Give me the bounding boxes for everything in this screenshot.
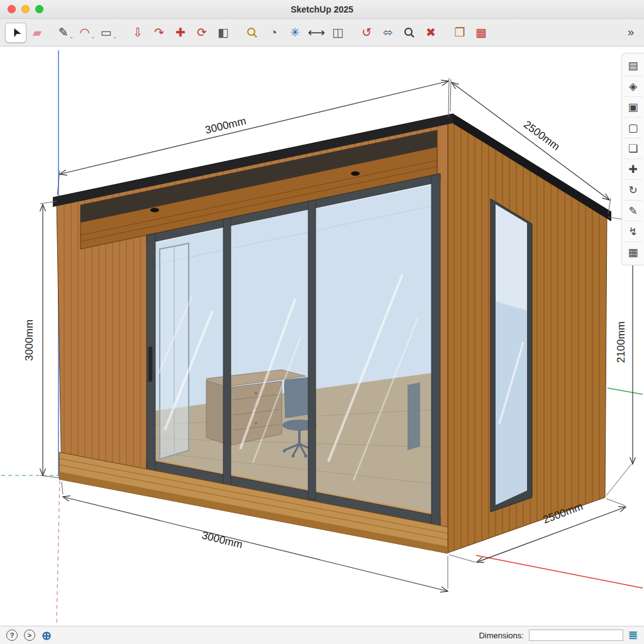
panel-draw-button[interactable]: ✎: [624, 201, 643, 221]
tape-measure-tool[interactable]: [242, 23, 263, 43]
panel-grid-button[interactable]: ▦: [624, 242, 643, 263]
axis-negative-dashed: [57, 480, 60, 623]
dimension-label-right[interactable]: 2100mm: [615, 321, 627, 363]
dimension-label-top_right[interactable]: 2500mm: [521, 118, 562, 153]
glass-door-panes[interactable]: [155, 185, 431, 513]
styles-tool[interactable]: ▦: [470, 23, 492, 43]
line-tool[interactable]: ✎⌄: [55, 23, 77, 43]
protractor-tool[interactable]: ◔: [263, 23, 284, 43]
panel-effects-button[interactable]: ↯: [624, 221, 643, 242]
main-toolbar: ➤▰✎⌄◠⌄▭⌄⇩↷✚⟳◧◔✳⟷◫↺⬄✖❒▦ »: [0, 19, 644, 47]
zoom-button[interactable]: [35, 5, 43, 13]
model-garden-office[interactable]: [53, 114, 611, 553]
status-bar: ? > ⊕ Dimensions: ≣: [0, 626, 644, 644]
orbit-icon: ↺: [362, 26, 372, 38]
orbit-tool[interactable]: ↺: [356, 23, 377, 43]
eraser-icon: ▰: [33, 26, 42, 38]
scale-tool[interactable]: ◧: [213, 23, 234, 43]
follow-me-tool[interactable]: ↷: [148, 23, 170, 43]
green-axis: [608, 388, 643, 394]
shapes-tool[interactable]: ▭⌄: [98, 23, 119, 43]
close-button[interactable]: [8, 5, 16, 13]
panel-grid-icon: ▦: [628, 246, 638, 259]
panel-copy-icon: ❏: [628, 142, 638, 155]
measurements-input[interactable]: [529, 630, 623, 641]
section-plane-tool[interactable]: ◫: [327, 23, 348, 43]
next-button[interactable]: >: [24, 630, 35, 641]
model-viewport[interactable]: 3000mm2500mm3000mm2100mm2500mm3000mm: [0, 47, 644, 626]
panel-entity-info-icon: ▤: [628, 59, 638, 72]
push-pull-icon: ⇩: [133, 26, 143, 38]
panel-copy-button[interactable]: ❏: [624, 138, 643, 159]
panel-materials-button[interactable]: ◈: [624, 76, 643, 97]
panel-selection-icon: ▣: [628, 101, 638, 114]
zoom-tool[interactable]: [399, 23, 420, 43]
panel-components-button[interactable]: ▢: [624, 118, 643, 138]
dimension-icon: ⟷: [308, 26, 325, 38]
chevron-down-icon[interactable]: ⌄: [113, 34, 118, 43]
downlight-icon: [351, 172, 360, 176]
protractor-icon: ◔: [270, 26, 277, 38]
panel-components-icon: ▢: [628, 121, 638, 135]
pan-tool[interactable]: ⬄: [377, 23, 399, 43]
dimension-tool[interactable]: ⟷: [306, 23, 327, 43]
tape-measure-icon: [246, 26, 258, 39]
window-title: SketchUp 2025: [0, 4, 644, 14]
language-globe-icon[interactable]: ⊕: [42, 630, 52, 641]
shapes-icon: ▭: [101, 26, 112, 38]
line-icon: ✎: [58, 26, 69, 38]
panel-draw-icon: ✎: [628, 204, 637, 218]
dimension-label-top[interactable]: 3000mm: [204, 115, 247, 136]
panel-rotate-button[interactable]: ↻: [624, 180, 643, 201]
section-plane-icon: ◫: [332, 26, 343, 38]
dimension-left[interactable]: 3000mm: [23, 201, 60, 478]
dimension-label-bottom[interactable]: 3000mm: [201, 530, 244, 551]
component-tool[interactable]: ❒: [449, 23, 470, 43]
move-icon: ✚: [175, 26, 186, 38]
rotate-icon: ⟳: [197, 26, 207, 38]
minimize-button[interactable]: [21, 5, 30, 13]
measurements-label: Dimensions:: [479, 631, 524, 640]
arc-tool[interactable]: ◠⌄: [77, 23, 98, 43]
panel-materials-icon: ◈: [629, 80, 637, 93]
follow-me-icon: ↷: [154, 26, 164, 38]
downlight-icon: [150, 208, 159, 213]
pan-icon: ⬄: [383, 26, 393, 38]
door-handle[interactable]: [148, 347, 152, 382]
scale-icon: ◧: [218, 26, 229, 38]
panel-rotate-icon: ↻: [628, 184, 637, 197]
arc-icon: ◠: [79, 26, 90, 38]
layers-panel-icon[interactable]: ≣: [628, 630, 638, 641]
panel-effects-icon: ↯: [628, 225, 637, 238]
drawing-canvas[interactable]: 3000mm2500mm3000mm2100mm2500mm3000mm ▤◈▣…: [0, 47, 644, 626]
panel-move-icon: ✚: [628, 163, 637, 176]
dimension-label-left[interactable]: 3000mm: [23, 319, 35, 361]
panel-entity-info-button[interactable]: ▤: [624, 55, 643, 76]
styles-icon: ▦: [475, 26, 487, 38]
chevron-down-icon[interactable]: ⌄: [91, 34, 96, 43]
axes-icon: ✳: [290, 26, 300, 38]
panel-move-button[interactable]: ✚: [624, 159, 643, 180]
select-icon: ➤: [8, 25, 23, 39]
push-pull-tool[interactable]: ⇩: [127, 23, 148, 43]
panel-selection-button[interactable]: ▣: [624, 97, 643, 118]
toolbar-overflow-button[interactable]: »: [623, 26, 639, 39]
rotate-tool[interactable]: ⟳: [191, 23, 213, 43]
zoom-extents-tool[interactable]: ✖: [420, 23, 441, 43]
move-tool[interactable]: ✚: [170, 23, 191, 43]
zoom-icon: [403, 26, 416, 39]
component-icon: ❒: [454, 26, 465, 38]
zoom-extents-icon: ✖: [426, 26, 436, 38]
chevron-down-icon[interactable]: ⌄: [69, 34, 74, 43]
title-bar: SketchUp 2025: [0, 0, 644, 19]
side-window[interactable]: [491, 199, 532, 512]
right-tool-rail: ▤◈▣▢❏✚↻✎↯▦: [621, 53, 644, 265]
select-tool[interactable]: ➤: [5, 23, 26, 43]
red-axis: [476, 555, 643, 588]
help-button[interactable]: ?: [6, 630, 18, 641]
axes-tool[interactable]: ✳: [284, 23, 306, 43]
eraser-tool[interactable]: ▰: [26, 23, 48, 43]
traffic-lights: [0, 5, 43, 13]
